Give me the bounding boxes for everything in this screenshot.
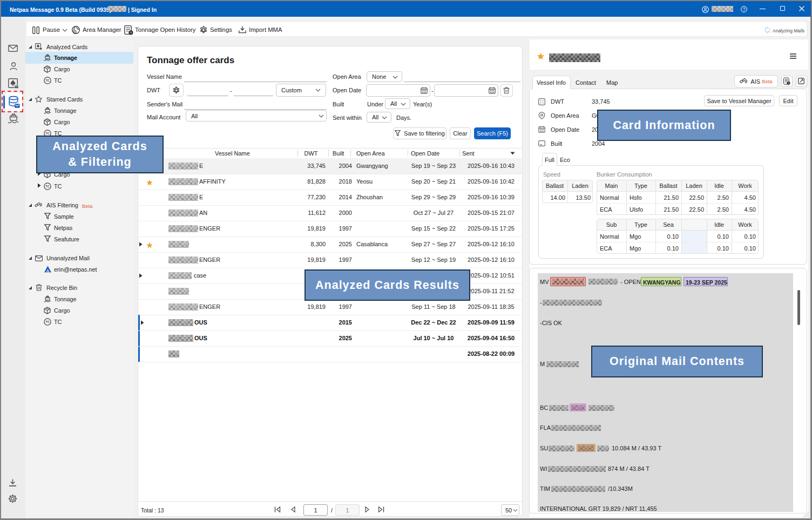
svg-text:TC: TC <box>45 79 49 82</box>
svg-text:TC: TC <box>45 185 49 188</box>
svg-text:TC: TC <box>45 132 49 135</box>
svg-text:?: ? <box>743 6 746 12</box>
svg-text:TC: TC <box>45 320 49 323</box>
